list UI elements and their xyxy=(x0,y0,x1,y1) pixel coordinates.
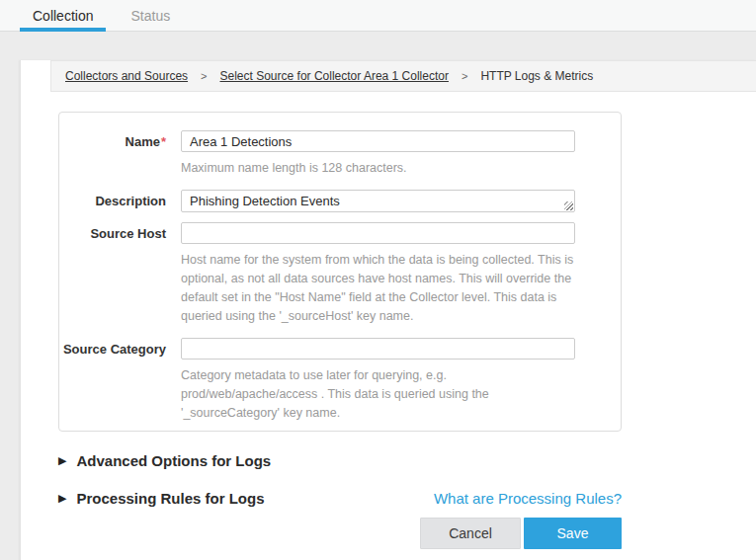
source-category-label: Source Category xyxy=(59,338,166,423)
description-textarea[interactable]: Phishing Detection Events xyxy=(181,190,575,212)
breadcrumb-current-http-logs-metrics: HTTP Logs & Metrics xyxy=(480,69,593,83)
name-control: Maximum name length is 128 characters. xyxy=(181,130,575,178)
required-asterisk: * xyxy=(161,134,166,149)
breadcrumb: Collectors and Sources > Select Source f… xyxy=(50,60,756,92)
source-host-row: Source Host Host name for the system fro… xyxy=(59,222,573,326)
processing-rules-row: ▶ Processing Rules for Logs What are Pro… xyxy=(58,490,622,507)
name-row: Name* Maximum name length is 128 charact… xyxy=(59,130,573,178)
chevron-right-separator-icon: > xyxy=(201,70,207,82)
tab-status[interactable]: Status xyxy=(118,0,183,31)
breadcrumb-collectors-and-sources[interactable]: Collectors and Sources xyxy=(65,69,188,83)
source-host-label: Source Host xyxy=(59,222,166,326)
name-label-text: Name xyxy=(126,134,160,149)
collapsible-sections: ▶ Advanced Options for Logs ▶ Processing… xyxy=(58,452,622,507)
source-category-control: Category metadata to use later for query… xyxy=(181,338,575,423)
cancel-button[interactable]: Cancel xyxy=(420,518,521,549)
name-input[interactable] xyxy=(181,130,575,152)
advanced-options-row: ▶ Advanced Options for Logs xyxy=(58,452,622,469)
caret-right-icon: ▶ xyxy=(58,493,66,504)
name-helper-text: Maximum name length is 128 characters. xyxy=(181,159,575,178)
source-config-card: Name* Maximum name length is 128 charact… xyxy=(58,112,622,432)
source-host-input[interactable] xyxy=(181,222,575,244)
processing-rules-title: Processing Rules for Logs xyxy=(76,490,264,507)
advanced-options-title: Advanced Options for Logs xyxy=(76,452,271,469)
form-actions: Cancel Save xyxy=(58,518,622,549)
main-panel: Collectors and Sources > Select Source f… xyxy=(20,60,756,560)
source-host-helper-text: Host name for the system from which the … xyxy=(181,251,575,326)
breadcrumb-select-source[interactable]: Select Source for Collector Area 1 Colle… xyxy=(220,69,449,83)
what-are-processing-rules-link[interactable]: What are Processing Rules? xyxy=(434,490,622,507)
description-label: Description xyxy=(59,190,166,212)
top-tab-bar: Collection Status xyxy=(0,0,756,32)
source-category-row: Source Category Category metadata to use… xyxy=(59,338,573,423)
chevron-right-separator-icon: > xyxy=(462,70,467,82)
source-host-control: Host name for the system from which the … xyxy=(181,222,575,326)
tab-collection[interactable]: Collection xyxy=(20,0,106,31)
description-row: Description Phishing Detection Events xyxy=(59,190,573,212)
description-control: Phishing Detection Events xyxy=(181,190,575,212)
source-category-input[interactable] xyxy=(181,338,575,360)
name-label: Name* xyxy=(59,130,166,178)
source-category-helper-text: Category metadata to use later for query… xyxy=(181,366,575,423)
processing-rules-toggle[interactable]: ▶ Processing Rules for Logs xyxy=(58,490,265,507)
caret-right-icon: ▶ xyxy=(58,455,66,466)
save-button[interactable]: Save xyxy=(524,518,622,549)
advanced-options-toggle[interactable]: ▶ Advanced Options for Logs xyxy=(58,452,271,469)
